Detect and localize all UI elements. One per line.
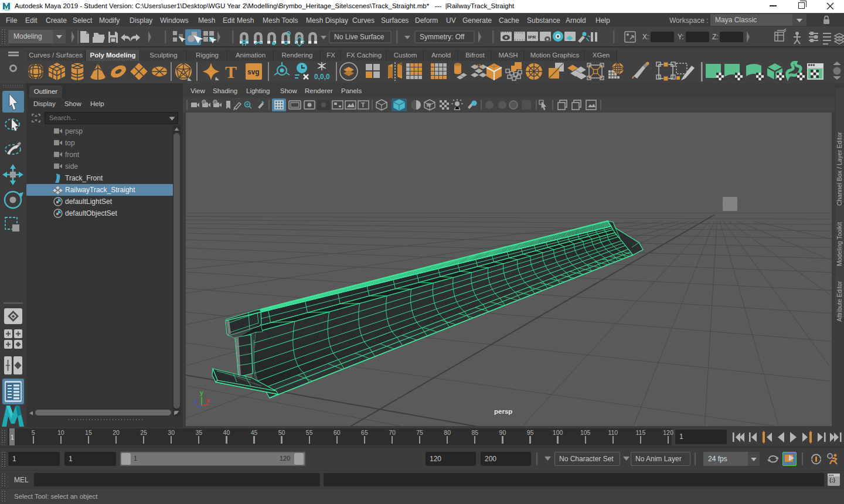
svg-text:Symmetry: Off: Symmetry: Off [420,33,465,41]
svg-text:T: T [225,62,237,81]
svg-text:No Live Surface: No Live Surface [334,33,384,41]
svg-text:IPR: IPR [528,35,536,40]
svg-text:svg: svg [247,68,260,76]
svg-text:x: x [206,397,210,404]
svg-text:T: T [361,101,365,108]
svg-text:persp: persp [494,408,512,415]
svg-text:y: y [200,390,203,396]
svg-text:z: z [194,399,197,405]
svg-text:Z:: Z: [712,33,719,41]
svg-text:Y:: Y: [678,33,684,41]
svg-text:0,0,0: 0,0,0 [314,73,330,81]
svg-text:X:: X: [642,33,649,41]
